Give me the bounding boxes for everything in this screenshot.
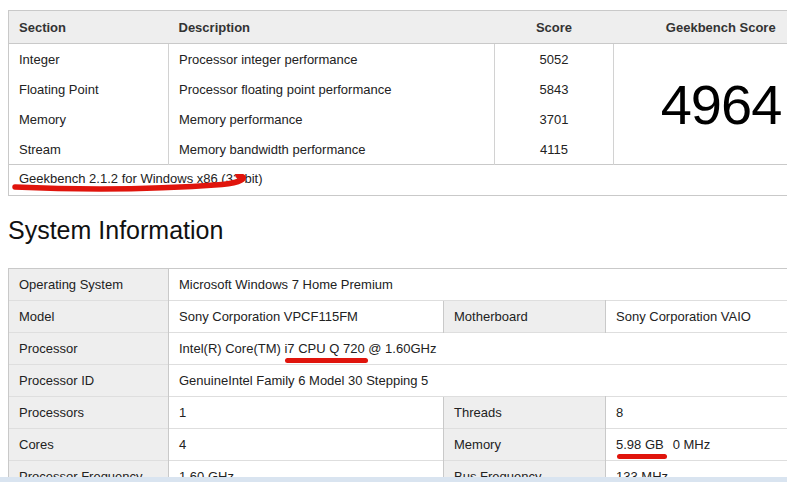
score-cell: 4115 [495,134,614,165]
description-cell: Memory performance [169,104,495,134]
row-processors-threads: Processors 1 Threads 8 [9,396,787,428]
system-information-heading: System Information [8,216,787,245]
row-processor: Processor Intel(R) Core(TM) i7 CPU Q 720… [9,332,787,364]
benchmark-header-row: Section Description Score Geekbench Scor… [9,11,787,44]
section-cell: Memory [9,104,169,134]
col-header-score: Score [495,11,614,44]
memory-value-underlined-annotation: 5.98 GB [616,437,664,452]
threads-label: Threads [444,396,606,428]
content-area: Section Description Score Geekbench Scor… [0,0,787,482]
score-cell: 3701 [495,104,614,134]
processor-value-suffix: @ 1.60GHz [365,341,437,356]
motherboard-value: Sony Corporation VAIO [606,300,787,332]
benchmark-table: Section Description Score Geekbench Scor… [8,10,787,196]
row-operating-system: Operating System Microsoft Windows 7 Hom… [9,268,787,300]
processors-value: 1 [169,396,444,428]
processor-id-value: GenuineIntel Family 6 Model 30 Stepping … [169,364,787,396]
motherboard-label: Motherboard [444,300,606,332]
model-label: Model [9,300,169,332]
processor-value-prefix: Intel(R) Core(TM) [179,341,284,356]
memory-label: Memory [444,428,606,460]
operating-system-value: Microsoft Windows 7 Home Premium [169,268,787,300]
model-value: Sony Corporation VPCF115FM [169,300,444,332]
row-processor-id: Processor ID GenuineIntel Family 6 Model… [9,364,787,396]
processor-label: Processor [9,332,169,364]
score-cell: 5843 [495,74,614,104]
description-cell: Memory bandwidth performance [169,134,495,165]
memory-value: 5.98 GB0 MHz [606,428,787,460]
operating-system-label: Operating System [9,268,169,300]
geekbench-result-page: { "colors": { "header_bg": "#eeeeee", "l… [0,0,787,482]
system-information-table: Operating System Microsoft Windows 7 Hom… [8,268,787,482]
cores-label: Cores [9,428,169,460]
description-cell: Processor floating point performance [169,74,495,104]
col-header-geekbench-score: Geekbench Score [614,11,787,44]
benchmark-row-integer: Integer Processor integer performance 50… [9,44,787,75]
processor-value: Intel(R) Core(TM) i7 CPU Q 720 @ 1.60GHz [169,332,787,364]
col-header-section: Section [9,11,169,44]
processor-value-underlined-annotation: i7 CPU Q 720 [284,341,364,356]
memory-speed-text: 0 MHz [673,437,711,452]
section-cell: Stream [9,134,169,165]
section-cell: Integer [9,44,169,75]
benchmark-footer-row: Geekbench 2.1.2 for Windows x86 (32-bit) [9,165,787,196]
bottom-edge-strip [0,477,787,482]
benchmark-version-cell: Geekbench 2.1.2 for Windows x86 (32-bit) [9,165,787,196]
cores-value: 4 [169,428,444,460]
section-cell: Floating Point [9,74,169,104]
benchmark-version-text: Geekbench 2.1.2 for Windows x86 (32-bit) [19,171,263,186]
threads-value: 8 [606,396,787,428]
geekbench-score-value: 4964 [614,44,787,165]
row-cores-memory: Cores 4 Memory 5.98 GB0 MHz [9,428,787,460]
description-cell: Processor integer performance [169,44,495,75]
score-cell: 5052 [495,44,614,75]
row-model-motherboard: Model Sony Corporation VPCF115FM Motherb… [9,300,787,332]
col-header-description: Description [169,11,495,44]
processor-id-label: Processor ID [9,364,169,396]
processors-label: Processors [9,396,169,428]
